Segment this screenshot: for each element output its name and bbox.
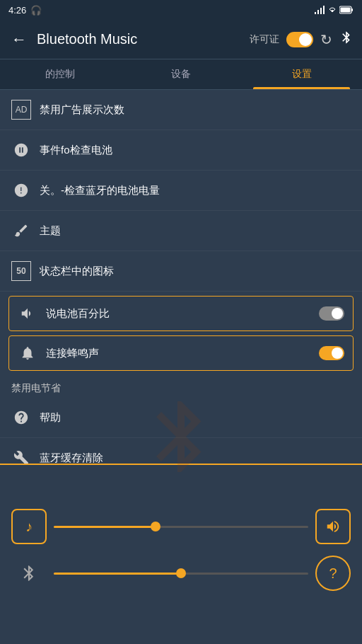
bottom-player: ♪ ?: [0, 465, 362, 604]
volume-icon: [325, 519, 341, 534]
cache-label: 蓝牙缓存清除: [40, 452, 351, 465]
theme-label: 主题: [40, 224, 351, 238]
connect-beep-label: 连接蜂鸣声: [46, 347, 310, 360]
clock-icon: [11, 180, 31, 200]
menu-item-event[interactable]: 事件fo检查电池: [0, 130, 362, 171]
bluetooth-slider-fill: [54, 573, 181, 575]
app-header: ← Bluetooth Music 许可证 ↻: [0, 20, 362, 59]
bluetooth-header-icon: [339, 30, 354, 48]
menu-item-ads[interactable]: AD 禁用广告展示次数: [0, 90, 362, 130]
refresh-icon[interactable]: ↻: [320, 31, 332, 48]
power-save-section: 禁用电节省: [0, 375, 362, 398]
help-player-button[interactable]: ?: [315, 556, 351, 591]
status-time: 4:26: [8, 5, 26, 16]
svg-marker-1: [320, 8, 322, 14]
music-slider-thumb[interactable]: [151, 522, 160, 531]
headphone-icon: 🎧: [30, 5, 42, 16]
help-label: 帮助: [40, 411, 351, 425]
tab-bar: 的控制 设备 设置: [0, 59, 362, 90]
music-button[interactable]: ♪: [11, 509, 47, 544]
menu-item-theme[interactable]: 主题: [0, 211, 362, 251]
svg-marker-3: [315, 12, 316, 14]
tab-control[interactable]: 的控制: [0, 59, 121, 89]
toggle-battery-percent[interactable]: 说电池百分比: [8, 296, 354, 331]
page-title: Bluetooth Music: [37, 31, 243, 47]
event-icon: [11, 140, 31, 160]
wifi-icon: [328, 6, 337, 14]
bluetooth-slider-container[interactable]: [54, 566, 308, 580]
header-actions: 许可证 ↻: [250, 30, 354, 48]
permission-toggle[interactable]: [286, 32, 313, 47]
bell-icon: [18, 343, 37, 363]
tab-devices[interactable]: 设备: [121, 59, 242, 89]
status-left: 4:26 🎧: [8, 5, 42, 16]
bluetooth-player-icon: [11, 556, 47, 591]
battery-icon: [339, 6, 354, 14]
menu-item-help[interactable]: 帮助: [0, 398, 362, 438]
question-mark-icon: ?: [329, 565, 337, 582]
svg-rect-5: [351, 8, 353, 11]
ads-label: 禁用广告展示次数: [40, 103, 351, 117]
toggle-connect-beep[interactable]: 连接蜂鸣声: [8, 335, 354, 371]
statusicon-icon: 50: [11, 261, 31, 281]
tab-settings[interactable]: 设置: [241, 59, 362, 89]
bluetooth-slider-track: [54, 573, 308, 575]
music-slider-track: [54, 526, 308, 528]
event-label: 事件fo检查电池: [40, 144, 351, 157]
check-label: 关。-检查蓝牙的电池电量: [40, 184, 351, 197]
svg-rect-6: [341, 8, 351, 13]
bluetooth-player-row: ?: [0, 550, 362, 597]
battery-percent-label: 说电池百分比: [46, 307, 310, 321]
status-right: [314, 6, 354, 14]
back-button[interactable]: ←: [8, 28, 30, 52]
ads-icon: AD: [11, 100, 31, 120]
music-slider-fill: [54, 526, 156, 528]
volume-button[interactable]: [315, 509, 351, 544]
menu-item-statusicon[interactable]: 50 状态栏中的图标: [0, 251, 362, 292]
main-content: AD 禁用广告展示次数 事件fo检查电池 关。-检查蓝牙的电池电量 主题 50: [0, 90, 362, 465]
statusicon-label: 状态栏中的图标: [40, 265, 351, 278]
svg-marker-2: [317, 10, 319, 14]
connect-beep-toggle[interactable]: [319, 346, 344, 360]
status-bar: 4:26 🎧: [0, 0, 362, 20]
music-note-icon: ♪: [25, 519, 33, 535]
permission-label: 许可证: [250, 33, 279, 46]
menu-item-cache[interactable]: 蓝牙缓存清除: [0, 438, 362, 465]
signal-icon: [314, 6, 325, 14]
theme-icon: [11, 221, 31, 241]
wrench-icon: [11, 448, 31, 465]
menu-item-check[interactable]: 关。-检查蓝牙的电池电量: [0, 171, 362, 211]
speaker-icon: [18, 304, 37, 323]
svg-marker-0: [323, 6, 325, 14]
help-icon: [11, 408, 31, 427]
battery-percent-toggle[interactable]: [319, 306, 344, 321]
bluetooth-slider-thumb[interactable]: [176, 568, 186, 578]
music-slider-container[interactable]: [54, 519, 308, 534]
music-player-row: ♪: [0, 503, 362, 550]
